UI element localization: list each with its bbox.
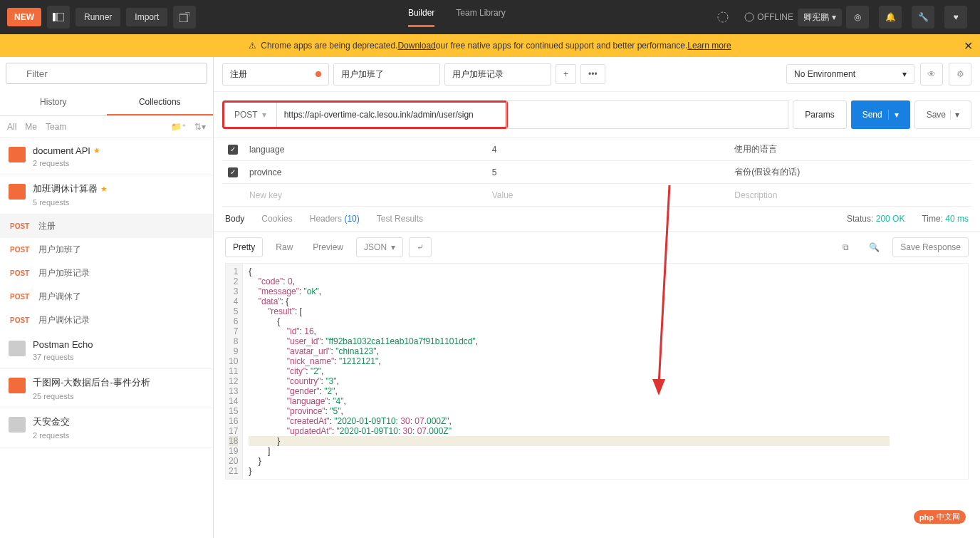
folder-icon (9, 417, 26, 433)
filter-all[interactable]: All (7, 122, 16, 132)
chevron-down-icon: ▾ (902, 69, 907, 79)
history-tab[interactable]: History (0, 90, 107, 115)
save-button[interactable]: Save▾ (914, 100, 971, 129)
sync-icon[interactable] (711, 6, 734, 29)
filter-me[interactable]: Me (25, 122, 37, 132)
collection-item[interactable]: 加班调休计算器 ★5 requests (0, 175, 213, 214)
url-bar-highlighted: POST▾ https://api-overtime-calc.lesou.in… (222, 100, 508, 129)
star-icon: ★ (100, 185, 108, 194)
response-status: Status: 200 OK (847, 214, 905, 224)
request-item[interactable]: POST用户调休记录 (0, 309, 213, 332)
method-select[interactable]: POST▾ (224, 103, 277, 127)
builder-tab[interactable]: Builder (408, 8, 434, 27)
chevron-down-icon: ▾ (391, 242, 395, 252)
heart-icon[interactable]: ♥ (944, 6, 967, 29)
request-item[interactable]: POST用户加班记录 (0, 262, 213, 285)
response-time: Time: 40 ms (922, 214, 969, 224)
gear-icon[interactable]: ⚙ (949, 63, 971, 86)
url-input-extension[interactable] (506, 100, 789, 129)
folder-icon (9, 184, 26, 200)
params-button[interactable]: Params (793, 100, 846, 129)
folder-icon (9, 147, 26, 162)
collection-item[interactable]: 天安金交2 requests (0, 408, 213, 448)
environment-select[interactable]: No Environment▾ (786, 64, 914, 84)
top-toolbar: NEW Runner Import Builder Team Library O… (0, 0, 980, 34)
response-body: 123456789101112131415161718192021 { "cod… (225, 263, 969, 480)
sidebar-toggle-icon[interactable] (47, 6, 70, 29)
main-panel: 注册 用户加班了 用户加班记录 + ••• No Environment▾ 👁 … (214, 57, 980, 538)
cookies-tab[interactable]: Cookies (261, 214, 292, 224)
pretty-mode[interactable]: Pretty (225, 237, 263, 257)
send-button[interactable]: Send▾ (851, 100, 910, 129)
new-tab-button[interactable]: + (556, 64, 576, 84)
unsaved-dot-icon (316, 71, 321, 77)
raw-mode[interactable]: Raw (269, 238, 300, 257)
tests-tab[interactable]: Test Results (377, 214, 423, 224)
new-button[interactable]: NEW (7, 8, 41, 26)
banner-text: Chrome apps are being deprecated. (261, 41, 397, 51)
search-response-icon[interactable]: 🔍 (862, 238, 887, 257)
svg-rect-2 (179, 14, 187, 22)
collection-item[interactable]: Postman Echo37 requests (0, 332, 213, 369)
eye-icon[interactable]: 👁 (920, 63, 943, 86)
param-row[interactable]: ✓ language 4 使用的语言 (222, 138, 971, 161)
param-row-new[interactable]: New key Value Description (222, 184, 971, 207)
close-icon[interactable]: ✕ (964, 39, 973, 53)
new-window-icon[interactable] (173, 6, 196, 29)
svg-rect-0 (53, 13, 56, 21)
body-tab[interactable]: Body (225, 214, 244, 224)
filter-team[interactable]: Team (46, 122, 66, 132)
preview-mode[interactable]: Preview (306, 238, 350, 257)
save-response-button[interactable]: Save Response (892, 237, 969, 257)
format-select[interactable]: JSON▾ (356, 237, 403, 257)
request-item[interactable]: POST用户加班了 (0, 238, 213, 262)
svg-point-4 (745, 13, 754, 21)
filter-input[interactable] (6, 63, 207, 84)
php-logo-badge: php 中文网 (914, 510, 966, 524)
chevron-down-icon: ▾ (888, 110, 899, 120)
wrench-icon[interactable]: 🔧 (912, 6, 934, 29)
chevron-down-icon: ▾ (832, 12, 836, 22)
chevron-down-icon: ▾ (262, 110, 266, 120)
runner-button[interactable]: Runner (75, 8, 120, 26)
request-tab[interactable]: 用户加班了 (333, 63, 440, 86)
folder-icon (9, 341, 26, 356)
headers-tab[interactable]: Headers (10) (310, 214, 360, 224)
request-item[interactable]: POST用户调休了 (0, 285, 213, 309)
request-item[interactable]: POST注册 (0, 214, 213, 238)
team-library-tab[interactable]: Team Library (456, 8, 505, 27)
download-link[interactable]: Download (397, 41, 435, 51)
chevron-down-icon: ▾ (950, 110, 959, 120)
collections-tab[interactable]: Collections (107, 90, 214, 115)
request-tab[interactable]: 注册 (222, 63, 329, 86)
svg-rect-1 (57, 13, 64, 21)
sort-icon[interactable]: ⇅▾ (194, 122, 206, 132)
cloud-icon (744, 12, 754, 22)
wrap-icon[interactable]: ⤶ (409, 237, 432, 257)
user-menu[interactable]: 卿宪鹏▾ (798, 9, 842, 26)
checkbox-checked[interactable]: ✓ (228, 145, 238, 155)
star-icon: ★ (93, 146, 100, 155)
copy-icon[interactable]: ⧉ (835, 238, 856, 257)
url-input[interactable]: https://api-overtime-calc.lesou.ink/admi… (277, 110, 506, 120)
warning-icon: ⚠ (249, 41, 256, 51)
bell-icon[interactable]: 🔔 (879, 6, 902, 29)
deprecation-banner: ⚠ Chrome apps are being deprecated. Down… (0, 34, 980, 57)
sidebar: 🔍 History Collections All Me Team 📁⁺ ⇅▾ … (0, 57, 214, 538)
collection-item[interactable]: document API ★2 requests (0, 138, 213, 175)
collection-item[interactable]: 千图网-大数据后台-事件分析25 requests (0, 369, 213, 408)
tab-menu-button[interactable]: ••• (580, 64, 605, 84)
learn-more-link[interactable]: Learn more (687, 41, 731, 51)
svg-point-3 (718, 12, 728, 22)
param-row[interactable]: ✓ province 5 省份(假设有的话) (222, 161, 971, 184)
banner-text-2: our free native apps for continued suppo… (436, 41, 688, 51)
new-folder-icon[interactable]: 📁⁺ (171, 122, 186, 132)
offline-status: OFFLINE (744, 12, 793, 22)
global-icon[interactable]: ◎ (846, 6, 869, 29)
import-button[interactable]: Import (126, 8, 167, 26)
request-tab[interactable]: 用户加班记录 (444, 63, 551, 86)
checkbox-checked[interactable]: ✓ (228, 167, 238, 177)
folder-icon (9, 378, 26, 393)
